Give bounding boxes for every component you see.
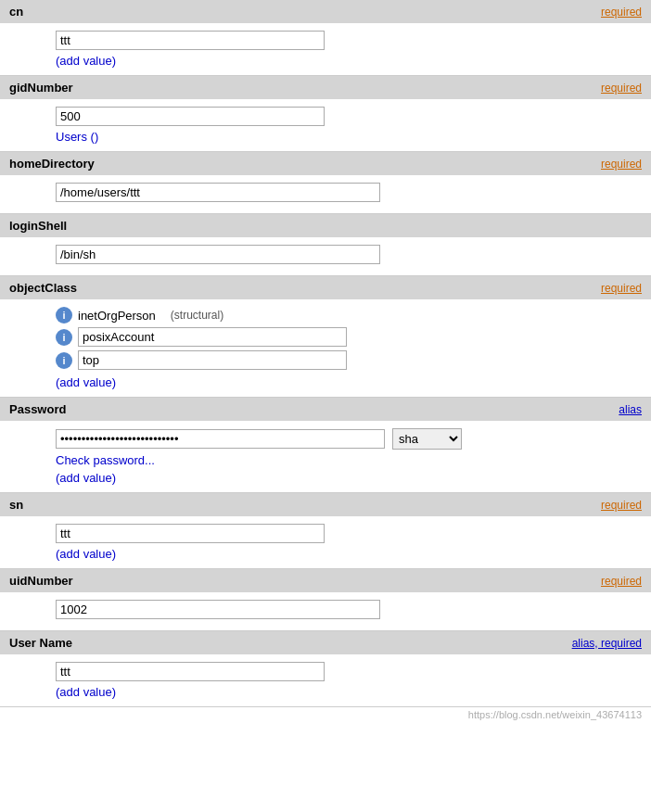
- homedirectory-input[interactable]: [56, 183, 380, 202]
- sn-add-value[interactable]: (add value): [56, 547, 116, 561]
- section-header-loginshell: loginShell: [0, 214, 651, 237]
- objectclass-input-1[interactable]: [78, 327, 347, 347]
- badge-required-sn: required: [601, 499, 642, 512]
- section-uidnumber: uidNumber required: [0, 569, 651, 631]
- section-body-uidnumber: [0, 592, 651, 630]
- badge-alias-required-username: alias, required: [572, 637, 642, 650]
- info-icon-2[interactable]: i: [56, 352, 72, 369]
- section-header-sn: sn required: [0, 493, 651, 516]
- badge-required-cn: required: [601, 6, 642, 19]
- gidnumber-users-link[interactable]: Users (): [56, 130, 98, 144]
- section-header-homedirectory: homeDirectory required: [0, 152, 651, 175]
- sha-select[interactable]: sha md5 ssha plain: [392, 428, 462, 450]
- section-gidnumber: gidNumber required Users (): [0, 76, 651, 152]
- section-body-password: sha md5 ssha plain Check password... (ad…: [0, 421, 651, 492]
- username-input[interactable]: [56, 662, 325, 681]
- badge-required-gidnumber: required: [601, 82, 642, 95]
- badge-required-uidnumber: required: [601, 575, 642, 588]
- section-label-gidnumber: gidNumber: [9, 81, 73, 95]
- section-body-objectclass: i inetOrgPerson (structural) i i (add va…: [0, 299, 651, 397]
- section-header-username: User Name alias, required: [0, 631, 651, 654]
- section-body-gidnumber: Users (): [0, 99, 651, 151]
- sn-input[interactable]: [56, 524, 325, 543]
- section-label-uidnumber: uidNumber: [9, 574, 73, 588]
- objectclass-row-2: i: [56, 350, 642, 370]
- section-label-sn: sn: [9, 498, 23, 512]
- section-body-homedirectory: [0, 175, 651, 213]
- section-header-objectclass: objectClass required: [0, 276, 651, 299]
- section-body-sn: (add value): [0, 516, 651, 568]
- gidnumber-input[interactable]: [56, 107, 325, 126]
- cn-input[interactable]: [56, 31, 325, 50]
- section-header-gidnumber: gidNumber required: [0, 76, 651, 99]
- objectclass-row-0: i inetOrgPerson (structural): [56, 307, 642, 324]
- section-cn: cn required (add value): [0, 0, 651, 76]
- structural-label: (structural): [171, 309, 223, 322]
- objectclass-add-value[interactable]: (add value): [56, 375, 116, 389]
- section-body-loginshell: [0, 237, 651, 275]
- section-header-uidnumber: uidNumber required: [0, 569, 651, 592]
- password-row: sha md5 ssha plain: [56, 428, 642, 450]
- section-label-loginshell: loginShell: [9, 219, 67, 233]
- uidnumber-input[interactable]: [56, 600, 380, 619]
- section-header-cn: cn required: [0, 0, 651, 23]
- password-input[interactable]: [56, 429, 385, 449]
- section-body-cn: (add value): [0, 23, 651, 75]
- section-label-homedirectory: homeDirectory: [9, 157, 95, 171]
- section-label-username: User Name: [9, 636, 72, 650]
- info-icon-1[interactable]: i: [56, 329, 72, 346]
- section-label-password: Password: [9, 402, 66, 416]
- info-icon-0[interactable]: i: [56, 307, 72, 324]
- watermark: https://blog.csdn.net/weixin_43674113: [0, 707, 651, 724]
- section-homedirectory: homeDirectory required: [0, 152, 651, 214]
- section-sn: sn required (add value): [0, 493, 651, 569]
- password-add-value[interactable]: (add value): [56, 471, 116, 485]
- section-body-username: (add value): [0, 654, 651, 706]
- loginshell-input[interactable]: [56, 245, 380, 264]
- objectclass-value-0: inetOrgPerson: [78, 309, 156, 323]
- badge-required-objectclass: required: [601, 282, 642, 295]
- check-password-link[interactable]: Check password...: [56, 453, 642, 467]
- section-header-password: Password alias: [0, 398, 651, 421]
- section-label-objectclass: objectClass: [9, 281, 77, 295]
- section-loginshell: loginShell: [0, 214, 651, 276]
- badge-required-homedirectory: required: [601, 158, 642, 171]
- cn-add-value[interactable]: (add value): [56, 54, 116, 68]
- section-username: User Name alias, required (add value): [0, 631, 651, 707]
- username-add-value[interactable]: (add value): [56, 685, 116, 699]
- objectclass-row-1: i: [56, 327, 642, 347]
- section-objectclass: objectClass required i inetOrgPerson (st…: [0, 276, 651, 398]
- objectclass-input-2[interactable]: [78, 350, 347, 370]
- section-password: Password alias sha md5 ssha plain Check …: [0, 398, 651, 493]
- section-label-cn: cn: [9, 5, 23, 19]
- badge-alias-password: alias: [619, 403, 642, 416]
- objectclass-add-value-wrapper: (add value): [56, 375, 642, 389]
